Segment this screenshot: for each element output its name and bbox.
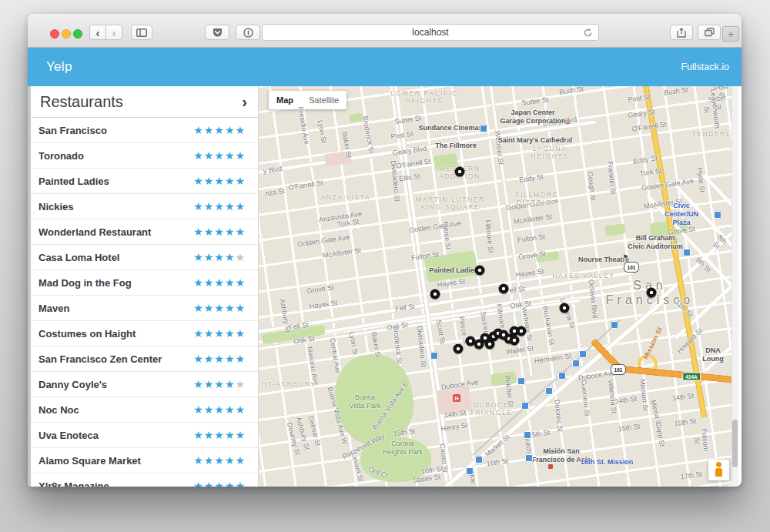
map-type-map-button[interactable]: Map: [269, 91, 301, 109]
restaurant-row[interactable]: Maven★★★★★: [28, 296, 258, 321]
restaurant-row[interactable]: Toronado★★★★★: [28, 143, 258, 169]
hospital-icon: H: [453, 394, 460, 402]
transit-station-icon: [517, 377, 525, 385]
collapse-chevron-icon[interactable]: ›: [242, 94, 247, 109]
transit-station-icon: [714, 211, 721, 219]
restaurant-row[interactable]: Noc Noc★★★★★: [28, 397, 258, 423]
restaurant-name: Nickies: [38, 201, 74, 212]
zoom-window-button[interactable]: [73, 29, 82, 38]
minimize-window-button[interactable]: [62, 29, 71, 38]
restaurant-rating: ★★★★★: [193, 251, 246, 263]
map-marker[interactable]: [454, 344, 464, 354]
transit-station-icon: [683, 249, 691, 256]
restaurant-name: Casa Loma Hotel: [38, 252, 119, 263]
freeway-exit-badge: 434A: [682, 373, 701, 381]
pegman-icon: [716, 462, 721, 467]
sidebar-toggle-button[interactable]: [131, 25, 152, 40]
restaurant-name: Wonderland Restaurant: [38, 226, 151, 238]
restaurant-name: Alamo Square Market: [38, 455, 141, 467]
map-canvas[interactable]: H Map Satellite San FranciscoSutter StSu…: [259, 86, 732, 487]
transit-station-icon: [558, 372, 566, 380]
restaurant-rating: ★★★★★: [193, 327, 246, 340]
restaurant-rating: ★★★★★: [193, 429, 246, 441]
map-marker[interactable]: [517, 326, 527, 336]
transit-station-icon: [525, 454, 533, 462]
reload-icon: [583, 28, 593, 38]
restaurant-rating: ★★★★★: [193, 353, 246, 365]
back-button[interactable]: ‹: [89, 25, 106, 40]
sidebar-icon: [136, 28, 147, 37]
restaurant-name: Toronado: [38, 150, 84, 162]
url-text: localhost: [412, 27, 448, 38]
restaurant-name: Uva Enoteca: [38, 430, 99, 441]
mission-dolores-icon: [548, 464, 553, 469]
restaurant-row[interactable]: Casa Loma Hotel★★★★★: [28, 245, 258, 270]
restaurant-rating: ★★★★★: [193, 149, 246, 162]
restaurant-row[interactable]: San Francisco Zen Center★★★★★: [28, 346, 258, 372]
restaurant-name: Maven: [38, 303, 69, 314]
restaurant-name: Painted Ladies: [38, 176, 109, 187]
forward-button[interactable]: ›: [105, 25, 122, 40]
restaurant-name: San Francisco: [38, 125, 107, 136]
restaurant-row[interactable]: Nickies★★★★★: [28, 194, 258, 219]
transit-station-icon: [579, 350, 587, 358]
tabs-button[interactable]: [698, 25, 721, 40]
sidebar-header: Restaurants ›: [28, 86, 258, 118]
transit-station-icon: [524, 431, 531, 439]
restaurant-name: Mad Dog in the Fog: [38, 277, 132, 289]
restaurant-rating: ★★★★★: [193, 454, 246, 467]
restaurant-row[interactable]: Uva Enoteca★★★★★: [28, 423, 258, 448]
restaurant-name: Danny Coyle's: [38, 379, 107, 390]
new-tab-button[interactable]: +: [722, 26, 739, 42]
restaurant-name: Xlr8r Magazine: [38, 480, 109, 487]
map-marker[interactable]: [499, 284, 509, 294]
restaurant-row[interactable]: Mad Dog in the Fog★★★★★: [28, 270, 258, 296]
transit-station-icon: [545, 387, 553, 395]
sidebar-scrollbar[interactable]: [28, 86, 31, 487]
page-scrollbar-thumb[interactable]: [732, 420, 738, 467]
restaurant-row[interactable]: San Francisco★★★★★: [28, 118, 258, 143]
share-button[interactable]: [670, 25, 693, 40]
restaurant-row[interactable]: Costumes on Haight★★★★★: [28, 321, 258, 346]
map-type-satellite-button[interactable]: Satellite: [301, 91, 346, 109]
restaurant-rating: ★★★★★: [193, 124, 246, 136]
plus-icon: +: [728, 28, 734, 40]
transit-station-icon: [572, 360, 580, 367]
transit-station-icon: [611, 321, 618, 329]
map-marker[interactable]: [647, 288, 657, 298]
corona-heights-park: [360, 437, 431, 482]
restaurant-rating: ★★★★★: [193, 480, 246, 487]
pocket-button[interactable]: [205, 25, 229, 40]
back-icon: ‹: [96, 27, 100, 38]
close-window-button[interactable]: [50, 29, 59, 38]
map-marker[interactable]: [430, 289, 440, 299]
restaurant-row[interactable]: Danny Coyle's★★★★★: [28, 372, 258, 397]
japan-center-icon: [565, 119, 570, 124]
restaurant-name: San Francisco Zen Center: [38, 353, 162, 365]
transit-station-icon: [475, 456, 483, 463]
transit-station-icon: [430, 352, 438, 360]
restaurant-row[interactable]: Alamo Square Market★★★★★: [28, 448, 258, 473]
restaurant-row[interactable]: Painted Ladies★★★★★: [28, 169, 258, 194]
map-type-control: Map Satellite: [269, 91, 346, 109]
info-icon: [243, 28, 253, 38]
map-marker[interactable]: [510, 336, 520, 346]
info-button[interactable]: [236, 25, 260, 40]
restaurant-rating: ★★★★★: [193, 302, 246, 314]
forward-icon: ›: [112, 27, 116, 38]
address-bar[interactable]: localhost: [262, 24, 599, 41]
highway-101-shield: 101: [611, 364, 626, 375]
map-marker[interactable]: [455, 167, 465, 177]
map-marker[interactable]: [475, 266, 485, 276]
fullstack-link[interactable]: Fullstack.io: [681, 62, 729, 72]
map-marker[interactable]: [560, 303, 570, 313]
street-view-pegman-button[interactable]: [708, 460, 729, 480]
restaurant-row[interactable]: Xlr8r Magazine★★★★★: [28, 473, 258, 487]
transit-station-icon: [521, 402, 529, 410]
restaurant-list: San Francisco★★★★★Toronado★★★★★Painted L…: [28, 118, 258, 487]
reload-button[interactable]: [583, 28, 593, 40]
restaurant-rating: ★★★★★: [193, 226, 246, 238]
restaurant-row[interactable]: Wonderland Restaurant★★★★★: [28, 219, 258, 245]
tabs-icon: [705, 28, 715, 37]
pocket-icon: [213, 28, 223, 37]
